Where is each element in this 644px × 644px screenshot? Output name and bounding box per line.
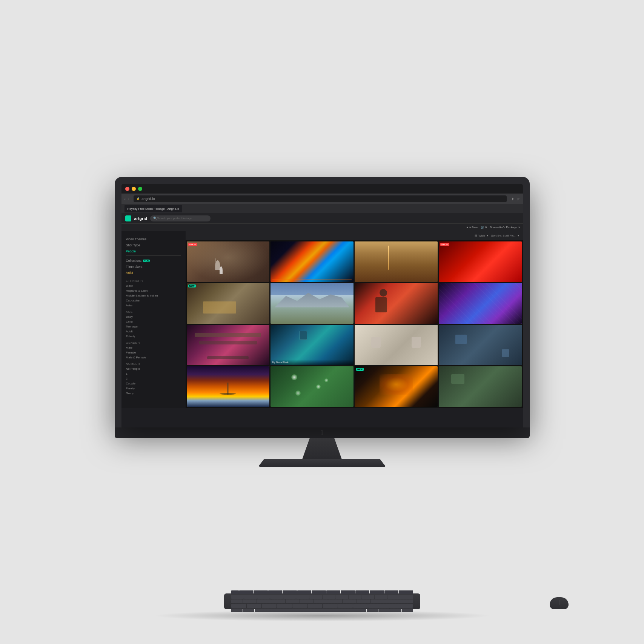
browser-tab-bar: Royalty Free Stock Footage - Artgrid.io [121, 204, 523, 213]
sale-badge-1: SALE! [188, 243, 197, 246]
sort-control[interactable]: Sort By: Staff Pic... ▾ [491, 234, 519, 237]
screen: ‹ › 🔒 artgrid.io ⬆ ☆ Royalty Free Stoc [121, 194, 523, 427]
filter-1[interactable]: 1 [121, 371, 186, 376]
video-cell-2[interactable] [271, 241, 354, 282]
age-title: Age [121, 308, 186, 314]
imac-body: ‹ › 🔒 artgrid.io ⬆ ☆ Royalty Free Stoc [115, 177, 530, 427]
grid-icon: ⊞ [475, 234, 477, 237]
cart-label: 🛒 0 [481, 226, 487, 229]
video-cell-16[interactable] [439, 366, 522, 407]
imac-chin:  [115, 427, 530, 438]
filter-baby[interactable]: Baby [121, 314, 186, 319]
new-badge-15: NEW [356, 368, 364, 371]
back-icon[interactable]: ‹ [124, 197, 126, 201]
collections-label: Collections [126, 259, 142, 263]
tab-label: Royalty Free Stock Footage - Artgrid.io [128, 207, 180, 211]
heart-icon: ♥ [466, 226, 468, 229]
video-cell-12[interactable] [439, 325, 522, 365]
sidebar-item-artist[interactable]: Artist [126, 269, 181, 275]
filter-male-female[interactable]: Male & Female [121, 355, 186, 360]
logo-text: artgrid [134, 216, 148, 221]
video-cell-14[interactable] [271, 366, 354, 407]
video-cell-15[interactable]: NEW [355, 366, 438, 407]
filter-elderly[interactable]: Elderly [121, 334, 186, 339]
close-button[interactable] [125, 187, 129, 191]
imac-stand-neck [298, 438, 347, 459]
new-badge: NEW [143, 260, 150, 262]
apple-logo:  [321, 429, 323, 437]
view-label: Wide [478, 234, 485, 237]
video-cell-6[interactable] [271, 283, 354, 323]
share-icon[interactable]: ⬆ [511, 197, 514, 201]
search-bar[interactable]: 🔍 Search your perfect footage [150, 215, 211, 221]
keyboard [224, 593, 420, 609]
cart-action-icon[interactable]: 🛒 [347, 326, 352, 332]
ethnicity-title: Ethnicity [121, 277, 186, 283]
filter-adult[interactable]: Adult [121, 329, 186, 334]
video-caption-10: By Siena Blank [271, 360, 354, 365]
sidebar: Video Themes Shot Type People Collection… [121, 231, 186, 408]
chevron-down-icon-sort: ▾ [518, 234, 519, 237]
chevron-down-icon: ▾ [518, 226, 520, 229]
filter-hispanic[interactable]: Hispanic & Latin [121, 288, 186, 293]
filter-couple[interactable]: Couple [121, 381, 186, 386]
maximize-button[interactable] [138, 187, 142, 191]
video-cell-3[interactable] [355, 241, 438, 282]
new-badge-5: NEW [188, 284, 196, 287]
sidebar-item-video-themes[interactable]: Video Themes [126, 236, 181, 242]
minimize-button[interactable] [132, 187, 136, 191]
utility-bar: ♥ ♥ Fave 🛒 0 Sommelier's Package ▾ [121, 224, 523, 231]
video-cell-11[interactable] [355, 325, 438, 365]
gender-title: Gender [121, 339, 186, 345]
video-grid: SALE! [186, 240, 523, 408]
favorites-btn[interactable]: ♥ ♥ Fave [466, 226, 478, 229]
view-toggle[interactable]: ⊞ Wide ▾ [475, 234, 488, 237]
sidebar-nav: Video Themes Shot Type People Collection… [121, 234, 186, 277]
imac-wrapper: ‹ › 🔒 artgrid.io ⬆ ☆ Royalty Free Stoc [115, 177, 530, 467]
filter-female[interactable]: Female [121, 350, 186, 355]
video-cell-4[interactable]: SALE! [439, 241, 522, 282]
forward-icon[interactable]: › [128, 197, 129, 201]
filter-black[interactable]: Black [121, 283, 186, 288]
sidebar-item-filmmakers[interactable]: Filmmakers [126, 263, 181, 269]
video-cell-8[interactable] [439, 283, 522, 323]
app-main: Video Themes Shot Type People Collection… [121, 231, 523, 408]
filter-caucasian[interactable]: Caucasian [121, 298, 186, 303]
share-action-icon[interactable]: ↗ [347, 333, 352, 338]
filter-group[interactable]: Group [121, 391, 186, 396]
video-cell-1[interactable]: SALE! [187, 241, 270, 282]
content-toolbar: ⊞ Wide ▾ Sort By: Staff Pic... ▾ [186, 231, 523, 240]
video-cell-9[interactable] [187, 325, 270, 365]
sidebar-item-collections[interactable]: Collections NEW [126, 257, 181, 263]
filter-teenager[interactable]: Teenager [121, 324, 186, 329]
active-tab[interactable]: Royalty Free Stock Footage - Artgrid.io [124, 205, 183, 212]
mouse [550, 597, 569, 609]
sidebar-item-people[interactable]: People [126, 248, 181, 254]
sale-badge-4: SALE! [440, 243, 449, 246]
filter-2[interactable]: 2 [121, 376, 186, 381]
browser-title-bar [121, 184, 523, 194]
scene: ‹ › 🔒 artgrid.io ⬆ ☆ Royalty Free Stoc [0, 0, 644, 644]
search-icon: 🔍 [153, 217, 157, 220]
number-title: Number [121, 360, 186, 366]
address-bar[interactable]: 🔒 artgrid.io [134, 195, 506, 202]
filter-male[interactable]: Male [121, 345, 186, 350]
video-cell-13[interactable] [187, 366, 270, 407]
video-cell-10[interactable]: By Siena Blank 🛒 ↗ [271, 325, 354, 365]
filter-asian[interactable]: Asian [121, 303, 186, 308]
sidebar-divider [126, 255, 181, 256]
video-cell-7[interactable] [355, 283, 438, 323]
filter-family[interactable]: Family [121, 386, 186, 391]
sidebar-item-shot-type[interactable]: Shot Type [126, 242, 181, 248]
bookmark-icon[interactable]: ☆ [516, 197, 520, 201]
video-cell-5[interactable]: NEW [187, 283, 270, 323]
user-menu[interactable]: Sommelier's Package ▾ [490, 226, 520, 229]
filter-child[interactable]: Child [121, 319, 186, 324]
url-text: artgrid.io [141, 197, 155, 201]
lock-icon: 🔒 [137, 197, 140, 200]
cart-btn[interactable]: 🛒 0 [481, 226, 487, 229]
filter-no-people[interactable]: No People [121, 366, 186, 371]
filter-middle-eastern[interactable]: Middle Eastern & Indian [121, 293, 186, 298]
app-header: artgrid 🔍 Search your perfect footage [121, 213, 523, 224]
chevron-down-icon: ▾ [487, 234, 488, 237]
